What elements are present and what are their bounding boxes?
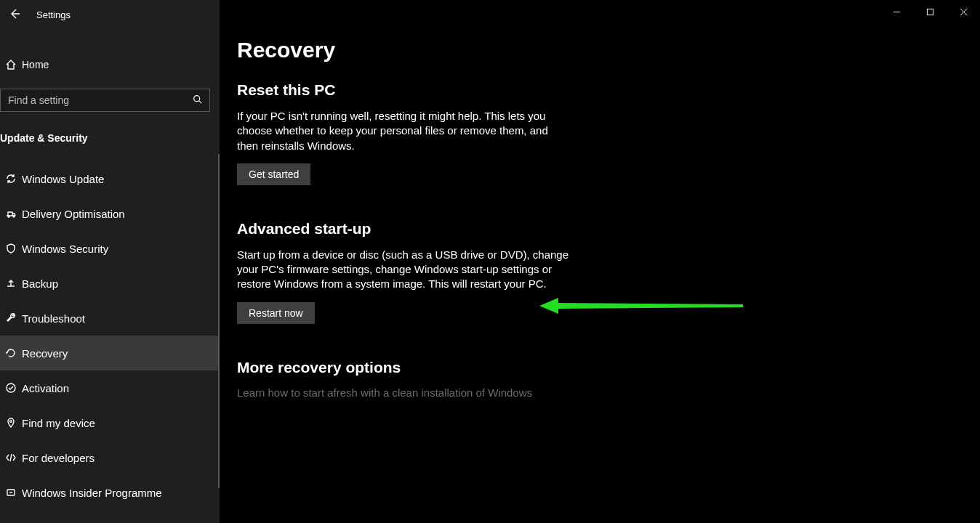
svg-point-0 bbox=[194, 96, 200, 102]
section-more-recovery: More recovery options Learn how to start… bbox=[237, 359, 787, 399]
sync-icon bbox=[0, 173, 22, 185]
section-title-reset: Reset this PC bbox=[237, 81, 787, 99]
sidebar-item-windows-insider[interactable]: Windows Insider Programme bbox=[0, 475, 220, 510]
section-title-advanced: Advanced start-up bbox=[237, 220, 787, 238]
sidebar-item-label: Find my device bbox=[22, 417, 95, 429]
sidebar-home[interactable]: Home bbox=[0, 48, 220, 81]
svg-point-1 bbox=[8, 216, 9, 217]
get-started-button[interactable]: Get started bbox=[237, 163, 310, 185]
sidebar: Settings Home Update & Security Windows … bbox=[0, 0, 220, 523]
sidebar-item-label: Activation bbox=[22, 382, 69, 394]
sidebar-item-find-my-device[interactable]: Find my device bbox=[0, 405, 220, 440]
close-icon bbox=[960, 8, 968, 16]
svg-point-3 bbox=[7, 384, 15, 392]
page-title: Recovery bbox=[237, 38, 787, 62]
sidebar-group-title: Update & Security bbox=[0, 132, 220, 144]
sidebar-item-for-developers[interactable]: For developers bbox=[0, 440, 220, 475]
maximize-button[interactable] bbox=[913, 0, 947, 23]
section-reset-this-pc: Reset this PC If your PC isn't running w… bbox=[237, 81, 787, 185]
sidebar-item-recovery[interactable]: Recovery bbox=[0, 336, 220, 370]
sidebar-item-delivery-optimisation[interactable]: Delivery Optimisation bbox=[0, 196, 220, 231]
restart-now-button[interactable]: Restart now bbox=[237, 302, 315, 324]
sidebar-item-backup[interactable]: Backup bbox=[0, 266, 220, 301]
main: Recovery Reset this PC If your PC isn't … bbox=[220, 0, 980, 523]
minimize-icon bbox=[893, 8, 901, 16]
clean-install-link[interactable]: Learn how to start afresh with a clean i… bbox=[237, 386, 787, 399]
svg-point-4 bbox=[10, 421, 12, 423]
sidebar-item-windows-security[interactable]: Windows Security bbox=[0, 231, 220, 266]
sidebar-nav: Windows Update Delivery Optimisation Win… bbox=[0, 161, 220, 510]
window-controls bbox=[880, 0, 980, 23]
arrow-left-icon bbox=[9, 8, 20, 20]
back-button[interactable] bbox=[1, 8, 28, 22]
sidebar-item-label: Windows Insider Programme bbox=[22, 487, 162, 499]
sidebar-item-label: Recovery bbox=[22, 347, 68, 360]
sidebar-item-label: Windows Update bbox=[22, 173, 104, 185]
section-desc-reset: If your PC isn't running well, resetting… bbox=[237, 109, 571, 153]
shield-icon bbox=[0, 243, 22, 254]
code-icon bbox=[0, 452, 22, 463]
section-desc-advanced: Start up from a device or disc (such as … bbox=[237, 248, 571, 292]
search-input[interactable] bbox=[8, 94, 185, 106]
section-advanced-startup: Advanced start-up Start up from a device… bbox=[237, 220, 787, 324]
sidebar-item-troubleshoot[interactable]: Troubleshoot bbox=[0, 301, 220, 336]
svg-point-2 bbox=[13, 216, 15, 217]
check-circle-icon bbox=[0, 382, 22, 394]
svg-rect-6 bbox=[927, 9, 933, 15]
sidebar-item-label: Backup bbox=[22, 277, 58, 290]
search-box[interactable] bbox=[0, 89, 210, 112]
insider-icon bbox=[0, 487, 22, 498]
sidebar-item-label: Windows Security bbox=[22, 243, 108, 255]
sidebar-item-activation[interactable]: Activation bbox=[0, 370, 220, 405]
delivery-icon bbox=[0, 208, 22, 219]
sidebar-item-label: Delivery Optimisation bbox=[22, 208, 125, 220]
section-title-more: More recovery options bbox=[237, 359, 787, 376]
sidebar-item-label: Troubleshoot bbox=[22, 312, 85, 325]
location-icon bbox=[0, 417, 22, 429]
sidebar-home-label: Home bbox=[22, 59, 49, 70]
home-icon bbox=[0, 59, 22, 70]
close-button[interactable] bbox=[947, 0, 980, 23]
maximize-icon bbox=[926, 8, 934, 16]
app-title: Settings bbox=[28, 9, 71, 20]
recovery-icon bbox=[0, 347, 22, 359]
minimize-button[interactable] bbox=[880, 0, 913, 23]
backup-icon bbox=[0, 277, 22, 289]
sidebar-item-windows-update[interactable]: Windows Update bbox=[0, 161, 220, 196]
search-icon bbox=[193, 94, 202, 106]
wrench-icon bbox=[0, 312, 22, 324]
sidebar-item-label: For developers bbox=[22, 452, 95, 464]
